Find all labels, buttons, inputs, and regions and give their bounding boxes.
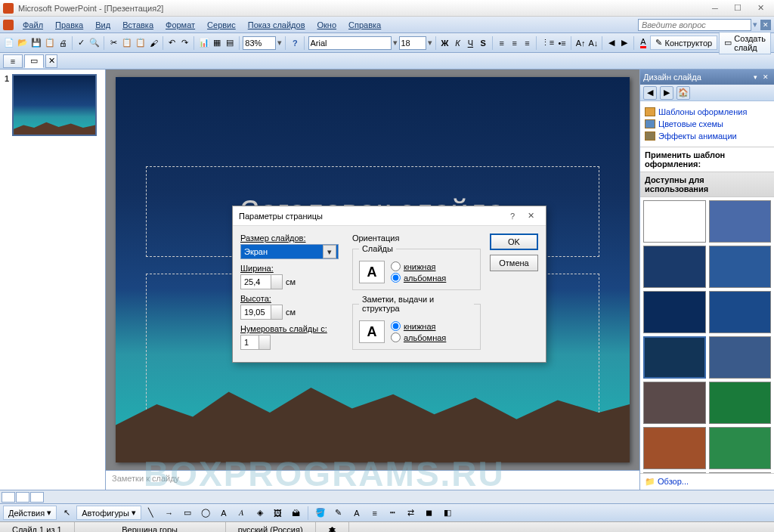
arrow-style-icon[interactable]: ⇄ <box>403 505 420 521</box>
decrease-font-icon[interactable]: A↓ <box>588 35 599 51</box>
shadow-style-icon[interactable]: ◼ <box>421 505 438 521</box>
template-thumbnail[interactable] <box>643 472 706 473</box>
select-icon[interactable]: ↖ <box>58 505 75 521</box>
link-colors[interactable]: Цветовые схемы <box>645 118 769 130</box>
oval-icon[interactable]: ◯ <box>197 505 214 521</box>
undo-icon[interactable]: ↶ <box>166 35 178 51</box>
bold-icon[interactable]: Ж <box>439 35 450 51</box>
normal-view-button[interactable] <box>2 492 15 503</box>
outline-tab[interactable]: ≡ <box>3 54 23 68</box>
italic-icon[interactable]: К <box>452 35 463 51</box>
slideshow-view-button[interactable] <box>30 492 44 503</box>
rectangle-icon[interactable]: ▭ <box>179 505 196 521</box>
line-icon[interactable]: ╲ <box>143 505 159 521</box>
size-dropdown-icon[interactable]: ▾ <box>428 38 432 48</box>
dialog-close-button[interactable]: ✕ <box>522 209 540 224</box>
permissions-icon[interactable]: 📋 <box>44 35 56 51</box>
menu-slideshow[interactable]: Показ слайдов <box>242 19 311 31</box>
menu-help[interactable]: Справка <box>342 19 387 31</box>
ok-button[interactable]: OK <box>490 234 538 250</box>
zoom-dropdown-icon[interactable]: ▾ <box>277 38 282 48</box>
menu-format[interactable]: Формат <box>159 19 201 31</box>
fill-color-icon[interactable]: 🪣 <box>312 505 329 521</box>
diagram-icon[interactable]: ◈ <box>252 505 268 521</box>
slides-landscape-radio[interactable]: альбомная <box>391 273 446 283</box>
menu-edit[interactable]: Правка <box>49 19 89 31</box>
dialog-help-button[interactable]: ? <box>503 209 522 224</box>
maximize-button[interactable]: ☐ <box>727 2 748 15</box>
nav-home-icon[interactable]: 🏠 <box>676 86 690 100</box>
arrow-icon[interactable]: → <box>161 505 178 521</box>
spell-icon[interactable]: ✓ <box>76 35 88 51</box>
doc-close-button[interactable]: ✕ <box>760 20 771 30</box>
help-icon[interactable]: ? <box>289 35 301 51</box>
width-input[interactable]: 25,4 <box>240 274 283 289</box>
template-thumbnail[interactable] <box>709 472 772 473</box>
increase-font-icon[interactable]: A↑ <box>575 35 587 51</box>
taskpane-dropdown-icon[interactable]: ▾ <box>750 72 760 82</box>
cut-icon[interactable]: ✂ <box>108 35 119 51</box>
decrease-indent-icon[interactable]: ◀ <box>606 35 618 51</box>
underline-icon[interactable]: Ч <box>465 35 476 51</box>
tab-close[interactable]: ✕ <box>45 54 57 68</box>
template-thumbnail[interactable] <box>643 382 706 424</box>
bullets-icon[interactable]: •≡ <box>556 35 568 51</box>
question-dropdown-icon[interactable]: ▾ <box>753 20 757 29</box>
font-select[interactable] <box>308 36 392 50</box>
nav-back-icon[interactable]: ◀ <box>643 86 657 100</box>
cancel-button[interactable]: Отмена <box>490 255 538 271</box>
template-thumbnail[interactable] <box>709 382 772 424</box>
number-input[interactable]: 1 <box>240 335 271 350</box>
textbox-icon[interactable]: A <box>215 505 232 521</box>
status-spellcheck-icon[interactable]: 🟌 <box>316 522 349 532</box>
copy-icon[interactable]: 📋 <box>121 35 133 51</box>
sorter-view-button[interactable] <box>16 492 29 503</box>
redo-icon[interactable]: ↷ <box>179 35 190 51</box>
font-dropdown-icon[interactable]: ▾ <box>393 38 398 48</box>
slide-size-select[interactable]: Экран <box>240 244 339 259</box>
template-thumbnail[interactable] <box>709 427 772 469</box>
notes-portrait-radio[interactable]: книжная <box>391 321 446 331</box>
paste-icon[interactable]: 📋 <box>135 35 147 51</box>
open-icon[interactable]: 📂 <box>17 35 29 51</box>
actions-menu[interactable]: Действия ▾ <box>3 506 57 520</box>
menu-window[interactable]: Окно <box>311 19 343 31</box>
template-thumbnail[interactable] <box>709 200 772 243</box>
link-effects[interactable]: Эффекты анимации <box>645 130 769 142</box>
notes-landscape-radio[interactable]: альбомная <box>391 332 446 342</box>
new-slide-button[interactable]: ▭Создать слайд <box>719 32 771 54</box>
clipart-icon[interactable]: 🖼 <box>270 505 286 521</box>
new-icon[interactable]: 📄 <box>3 35 15 51</box>
slides-tab[interactable]: ▭ <box>24 54 44 68</box>
help-question-input[interactable] <box>638 19 751 31</box>
table-icon[interactable]: ▦ <box>212 35 223 51</box>
format-painter-icon[interactable]: 🖌 <box>148 35 159 51</box>
shadow-icon[interactable]: S <box>478 35 489 51</box>
autoshapes-menu[interactable]: Автофигуры ▾ <box>76 506 141 520</box>
wordart-icon[interactable]: 𝐴 <box>234 505 250 521</box>
template-thumbnail[interactable] <box>643 427 706 469</box>
menu-service[interactable]: Сервис <box>201 19 242 31</box>
menu-file[interactable]: Файл <box>17 19 49 31</box>
template-thumbnail[interactable] <box>709 291 772 333</box>
height-input[interactable]: 19,05 <box>240 305 283 320</box>
chart-icon[interactable]: 📊 <box>198 35 210 51</box>
close-button[interactable]: ✕ <box>750 2 771 15</box>
notes-pane[interactable]: Заметки к слайду <box>106 470 639 490</box>
template-thumbnail[interactable] <box>643 291 706 333</box>
align-right-icon[interactable]: ≡ <box>522 35 533 51</box>
menu-view[interactable]: Вид <box>89 19 116 31</box>
minimize-button[interactable]: ─ <box>704 2 726 15</box>
picture-icon[interactable]: 🏔 <box>288 505 305 521</box>
numbering-icon[interactable]: ⋮≡ <box>540 35 555 51</box>
align-center-icon[interactable]: ≡ <box>509 35 520 51</box>
template-thumbnail[interactable] <box>643 200 706 243</box>
3d-style-icon[interactable]: ◧ <box>439 505 456 521</box>
font-color-icon[interactable]: A <box>637 35 649 51</box>
research-icon[interactable]: 🔍 <box>88 35 101 51</box>
menu-insert[interactable]: Вставка <box>116 19 159 31</box>
template-thumbnail[interactable] <box>709 336 772 379</box>
template-thumbnail[interactable] <box>709 246 772 288</box>
designer-button[interactable]: ✎Конструктор <box>650 36 717 50</box>
line-color-icon[interactable]: ✎ <box>330 505 347 521</box>
